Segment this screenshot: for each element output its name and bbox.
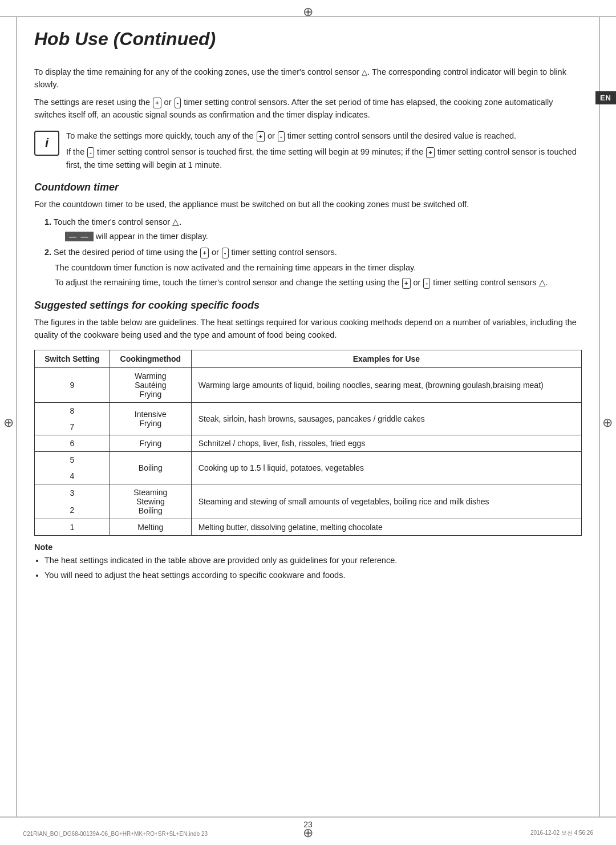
- table-row: 9 WarmingSautéingFrying Warming large am…: [35, 367, 582, 402]
- registration-mark-bottom: ⊕: [303, 826, 313, 840]
- step-2: 2. Set the desired period of time using …: [44, 246, 582, 258]
- page-title: Hob Use (Continued): [34, 29, 582, 54]
- footer-right: 2016-12-02 오전 4:56:26: [530, 829, 593, 837]
- method-frying: Frying: [110, 435, 191, 451]
- minus-icon-2: -: [278, 131, 285, 142]
- step-2-sub2: To adjust the remaining time, touch the …: [55, 276, 582, 289]
- page-border-right: [599, 16, 600, 818]
- intro-para1: To display the time remaining for any of…: [34, 66, 582, 91]
- countdown-heading: Countdown timer: [34, 181, 582, 193]
- table-row: 3 SteamingStewingBoiling Steaming and st…: [35, 484, 582, 502]
- info-box: i To make the settings more quickly, tou…: [34, 130, 582, 171]
- col-switch: Switch Setting: [35, 350, 110, 367]
- examples-1: Melting butter, dissolving gelatine, mel…: [191, 519, 581, 535]
- examples-6: Schnitzel / chops, liver, fish, rissoles…: [191, 435, 581, 451]
- method-melting: Melting: [110, 519, 191, 535]
- step-1-num: 1.: [44, 217, 51, 227]
- info-box-text: To make the settings more quickly, touch…: [66, 130, 582, 171]
- minus-icon-5: -: [423, 278, 430, 289]
- page-border-left: [16, 16, 17, 818]
- switch-1: 1: [35, 519, 110, 535]
- table-row: 6 Frying Schnitzel / chops, liver, fish,…: [35, 435, 582, 451]
- note-item-1: The heat settings indicated in the table…: [44, 554, 582, 567]
- step-1-sub: — — will appear in the timer display.: [55, 231, 582, 242]
- switch-5: 5: [35, 451, 110, 468]
- method-warming: WarmingSautéingFrying: [110, 367, 191, 402]
- plus-icon-2: +: [257, 131, 265, 142]
- table-row: 1 Melting Melting butter, dissolving gel…: [35, 519, 582, 535]
- examples-8: Steak, sirloin, hash browns, sausages, p…: [191, 402, 581, 435]
- suggested-intro: The figures in the table below are guide…: [34, 316, 582, 342]
- switch-6: 6: [35, 435, 110, 451]
- language-badge: EN: [595, 91, 616, 104]
- col-examples: Examples for Use: [191, 350, 581, 367]
- step-1: 1. Touch the timer's control sensor △.: [44, 216, 582, 228]
- plus-icon-4: +: [200, 248, 208, 258]
- step-2-sub1: The countdown timer function is now acti…: [55, 261, 582, 274]
- countdown-intro: For the countdown timer to be used, the …: [34, 198, 582, 211]
- step-2-num: 2.: [44, 248, 51, 257]
- note-section: Note The heat settings indicated in the …: [34, 543, 582, 582]
- method-boiling: Boiling: [110, 451, 191, 484]
- bell-icon-2: △: [172, 217, 179, 227]
- examples-3: Steaming and stewing of small amounts of…: [191, 484, 581, 519]
- plus-icon-5: +: [402, 278, 410, 289]
- plus-icon-3: +: [426, 147, 434, 158]
- minus-icon: -: [175, 98, 181, 108]
- note-list: The heat settings indicated in the table…: [44, 554, 582, 582]
- examples-9: Warming large amounts of liquid, boiling…: [191, 367, 581, 402]
- footer-left: C21RIAN_BOI_DG68-00139A-06_BG+HR+MK+RO+S…: [23, 831, 208, 837]
- registration-mark-left: ⊕: [3, 415, 14, 430]
- table-row: 5 Boiling Cooking up to 1.5 l liquid, po…: [35, 451, 582, 468]
- table-header-row: Switch Setting Cookingmethod Examples fo…: [35, 350, 582, 367]
- suggested-heading: Suggested settings for cooking specific …: [34, 300, 582, 312]
- col-method: Cookingmethod: [110, 350, 191, 367]
- bell-icon-3: △: [539, 278, 546, 287]
- registration-mark-right: ⊕: [602, 415, 613, 430]
- page-border-bottom: [0, 816, 616, 818]
- switch-3: 3: [35, 484, 110, 502]
- minus-icon-4: -: [222, 248, 229, 258]
- method-steaming: SteamingStewingBoiling: [110, 484, 191, 519]
- switch-4: 4: [35, 468, 110, 484]
- bell-icon-1: △: [362, 68, 367, 76]
- examples-5: Cooking up to 1.5 l liquid, potatoes, ve…: [191, 451, 581, 484]
- info-icon: i: [34, 131, 59, 156]
- countdown-steps: 1. Touch the timer's control sensor △. —…: [44, 216, 582, 289]
- table-row: 8 IntensiveFrying Steak, sirloin, hash b…: [35, 402, 582, 419]
- registration-mark-top: ⊕: [303, 5, 313, 19]
- dash-indicator: — —: [65, 232, 94, 241]
- switch-2: 2: [35, 502, 110, 519]
- plus-icon: +: [153, 98, 161, 108]
- switch-8: 8: [35, 402, 110, 419]
- cooking-table: Switch Setting Cookingmethod Examples fo…: [34, 350, 582, 536]
- note-label: Note: [34, 543, 582, 552]
- intro-para2: The settings are reset using the + or - …: [34, 96, 582, 122]
- minus-icon-3: -: [87, 147, 94, 158]
- switch-7: 7: [35, 419, 110, 435]
- method-intensive: IntensiveFrying: [110, 402, 191, 435]
- switch-9: 9: [35, 367, 110, 402]
- note-item-2: You will need to adjust the heat setting…: [44, 569, 582, 581]
